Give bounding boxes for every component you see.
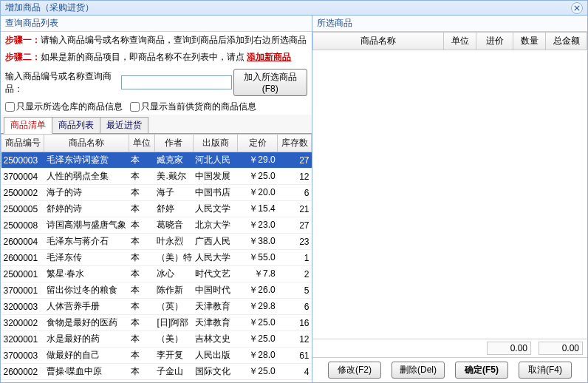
table-row[interactable]: 2500001繁星·春水本冰心时代文艺￥7.82 — [1, 266, 312, 282]
tab-product-list[interactable]: 商品清单 — [4, 117, 52, 134]
tab-product-table[interactable]: 商品列表 — [52, 117, 100, 133]
delete-button[interactable]: 删除(Del) — [392, 362, 445, 379]
close-icon[interactable] — [571, 2, 583, 14]
step1-text: 请输入商品编号或名称查询商品，查询到商品后添加到右边所选商品 — [41, 35, 307, 45]
step2-label: 步骤二： — [5, 52, 41, 62]
table-row[interactable]: 3200001水是最好的药本（美）吉林文史￥25.012 — [1, 331, 312, 348]
table-row[interactable]: 3200002食物是最好的医药本[日]阿部天津教育￥25.016 — [1, 315, 312, 331]
tab-recent-purchase[interactable]: 最近进货 — [100, 117, 148, 133]
table-row[interactable]: 2500003毛泽东诗词鉴赏本臧克家河北人民￥29.027 — [1, 152, 312, 169]
table-row[interactable]: 3700004人性的弱点全集本美.戴尔中国发展￥25.012 — [1, 169, 312, 185]
supplier-only-checkbox[interactable]: 只显示当前供货商的商品信息 — [130, 101, 256, 113]
cancel-button[interactable]: 取消(F4) — [519, 362, 572, 379]
sel-col-header[interactable]: 数量 — [513, 33, 546, 50]
total-qty: 0.00 — [487, 342, 531, 355]
sel-col-header[interactable]: 进价 — [476, 33, 513, 50]
grid-col-header[interactable]: 商品编号 — [1, 135, 44, 152]
sel-col-header[interactable]: 商品名称 — [313, 33, 444, 50]
add-new-product-link[interactable]: 添加新商品 — [247, 52, 291, 62]
table-row[interactable]: 2600004毛泽东与蒋介石本叶永烈广西人民￥38.023 — [1, 234, 312, 250]
grid-col-header[interactable]: 商品名称 — [44, 135, 129, 152]
warehouse-only-checkbox[interactable]: 只显示所选仓库的商品信息 — [5, 101, 123, 113]
table-row[interactable]: 2600001毛泽东传本（美）特人民大学￥55.01 — [1, 250, 312, 266]
grid-col-header[interactable]: 单位 — [129, 135, 154, 152]
table-row[interactable]: 2500007格律诗写作技巧本王永义青岛出版￥10.05 — [1, 380, 312, 383]
table-row[interactable]: 3700003做最好的自己本李开复人民出版￥28.061 — [1, 348, 312, 364]
grid-col-header[interactable]: 出版商 — [193, 135, 237, 152]
total-amount: 0.00 — [539, 342, 583, 355]
sel-col-header[interactable]: 单位 — [444, 33, 476, 50]
table-row[interactable]: 2600002曹操·喋血中原本子金山国际文化￥25.04 — [1, 364, 312, 380]
table-row[interactable]: 2500005舒婷的诗本舒婷人民文学￥15.421 — [1, 201, 312, 217]
product-grid[interactable]: 商品编号商品名称单位作者出版商定价库存数 2500003毛泽东诗词鉴赏本臧克家河… — [1, 134, 312, 382]
grid-col-header[interactable]: 作者 — [154, 135, 193, 152]
table-row[interactable]: 2500008诗国高潮与盛唐气象本葛晓音北京大学￥23.027 — [1, 217, 312, 234]
table-row[interactable]: 3700001留出你过冬的粮食本陈作新中国时代￥26.05 — [1, 282, 312, 299]
table-row[interactable]: 3200003人体营养手册本（英）天津教育￥29.86 — [1, 299, 312, 315]
step2-text: 如果是新的商品项目，即商品名称不在列表中，请点 — [41, 52, 245, 62]
product-tabs: 商品清单 商品列表 最近进货 — [1, 115, 312, 134]
modify-button[interactable]: 修改(F2) — [328, 362, 381, 379]
step1-label: 步骤一： — [5, 35, 41, 45]
confirm-button[interactable]: 确定(F5) — [455, 362, 508, 379]
add-selected-button[interactable]: 加入所选商品(F8) — [233, 69, 307, 96]
left-group-title: 查询商品列表 — [1, 16, 312, 32]
grid-col-header[interactable]: 库存数 — [278, 135, 312, 152]
totals-row: 0.00 0.00 — [312, 339, 587, 357]
table-row[interactable]: 2500002海子的诗本海子中国书店￥20.06 — [1, 185, 312, 201]
search-label: 输入商品编号或名称查询商品： — [5, 70, 120, 95]
selected-grid[interactable]: 商品名称单位进价数量总金额 — [312, 32, 587, 50]
sel-col-header[interactable]: 总金额 — [546, 33, 587, 50]
window-title: 增加商品（采购进货） — [5, 1, 94, 14]
right-group-title: 所选商品 — [312, 16, 587, 32]
search-input[interactable] — [121, 75, 232, 89]
grid-col-header[interactable]: 定价 — [238, 135, 278, 152]
